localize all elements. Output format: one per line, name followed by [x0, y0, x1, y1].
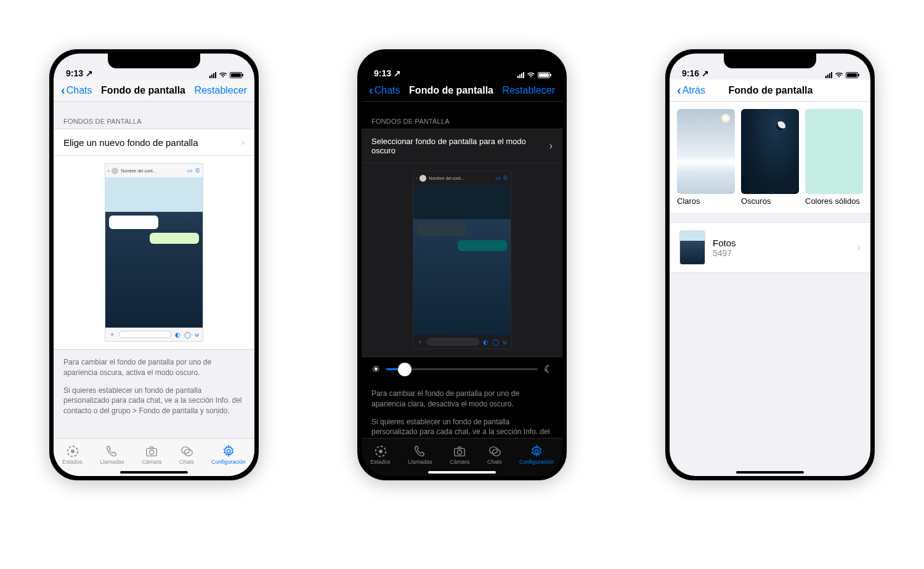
chats-icon — [180, 445, 193, 458]
svg-point-13 — [535, 450, 538, 453]
outgoing-bubble — [150, 233, 199, 244]
tab-camera[interactable]: Cámara — [450, 445, 469, 465]
category-label: Oscuros — [741, 196, 799, 206]
home-indicator — [120, 471, 188, 474]
tab-calls[interactable]: Llamadas — [408, 445, 432, 465]
wifi-icon — [527, 72, 535, 78]
light-thumb — [677, 109, 735, 194]
status-time: 9:13 ↗ — [374, 68, 401, 78]
tab-settings[interactable]: Configuración — [519, 445, 554, 465]
choose-wallpaper-label: Elige un nuevo fondo de pantalla — [63, 137, 198, 148]
nav-title: Fondo de pantalla — [729, 85, 813, 96]
svg-point-6 — [227, 450, 230, 453]
back-button[interactable]: ‹ Chats — [61, 83, 92, 97]
photos-thumb — [679, 230, 705, 265]
choose-wallpaper-row[interactable]: Elige un nuevo fondo de pantalla › — [54, 129, 254, 156]
svg-point-8 — [379, 450, 383, 453]
input-preview — [119, 331, 171, 338]
gear-icon — [222, 445, 235, 458]
back-button[interactable]: ‹ Atrás — [677, 83, 705, 97]
phone-light: 9:13 ↗ ‹ Chats Fondo de pantalla Restabl… — [49, 49, 259, 480]
photos-row[interactable]: Fotos 5497 › — [670, 222, 870, 273]
notch — [108, 54, 200, 68]
category-solid[interactable]: Colores sólidos — [805, 109, 863, 206]
category-dark[interactable]: Oscuros — [741, 109, 799, 206]
tab-bar: Estados Llamadas Cámara Chats Configurac… — [362, 438, 562, 476]
battery-icon — [846, 72, 858, 78]
nav-header: ‹ Chats Fondo de pantalla Restablecer — [54, 79, 254, 102]
signal-icon — [209, 72, 216, 78]
chevron-left-icon: ‹ — [677, 83, 681, 97]
wifi-icon — [219, 72, 227, 78]
svg-point-1 — [71, 450, 75, 453]
dark-thumb — [741, 109, 799, 194]
solid-thumb — [805, 109, 863, 194]
tab-camera[interactable]: Cámara — [142, 445, 161, 465]
photos-label: Fotos — [713, 238, 850, 248]
category-label: Claros — [677, 196, 735, 206]
video-icon: ▭ — [187, 167, 193, 174]
footer-note-2: Si quieres establecer un fondo de pantal… — [362, 417, 562, 438]
chevron-right-icon: › — [857, 242, 861, 253]
moon-icon: ☾ — [544, 363, 553, 375]
camera-icon — [453, 445, 466, 458]
outgoing-bubble — [458, 240, 507, 251]
category-light[interactable]: Claros — [677, 109, 735, 206]
nav-title: Fondo de pantalla — [101, 85, 185, 96]
status-time: 9:16 ↗ — [682, 68, 709, 78]
footer-note-1: Para cambiar el fondo de pantalla por un… — [362, 381, 562, 417]
notch — [724, 54, 816, 68]
phone-icon: ✆ — [195, 167, 200, 174]
back-button[interactable]: ‹ Chats — [369, 83, 400, 97]
tab-settings[interactable]: Configuración — [211, 445, 246, 465]
slider-knob[interactable] — [398, 363, 411, 376]
chevron-right-icon: › — [549, 140, 553, 151]
camera-icon — [145, 445, 158, 458]
slider-track[interactable] — [386, 368, 538, 370]
chats-icon — [488, 445, 501, 458]
calls-icon — [105, 445, 119, 458]
nav-header: ‹ Atrás Fondo de pantalla — [670, 79, 870, 102]
gear-icon — [530, 445, 543, 458]
reset-button[interactable]: Restablecer — [195, 85, 247, 96]
signal-icon — [517, 72, 524, 78]
choose-wallpaper-label: Seleccionar fondo de pantalla para el mo… — [371, 137, 549, 155]
chevron-left-icon: ‹ — [61, 83, 65, 97]
chat-preview: ‹ Nombre del cont... ▭ ✆ ＋ ◐ — [105, 163, 203, 342]
preview-contact: Nombre del cont... — [121, 169, 185, 173]
svg-point-3 — [150, 450, 154, 454]
nav-header: ‹ Chats Fondo de pantalla Restablecer — [362, 79, 562, 102]
battery-icon — [230, 72, 242, 78]
tab-chats[interactable]: Chats — [487, 445, 502, 465]
brightness-slider[interactable]: ☀ ☾ — [362, 357, 562, 381]
phone-icon: ✆ — [503, 175, 508, 181]
status-icon — [374, 445, 387, 458]
video-icon: ▭ — [495, 175, 501, 181]
sticker-icon: ◐ — [175, 331, 180, 338]
choose-wallpaper-row[interactable]: Seleccionar fondo de pantalla para el mo… — [362, 129, 562, 163]
mic-icon: ⊎ — [503, 339, 507, 345]
battery-icon — [538, 72, 550, 78]
camera-mini-icon: ◯ — [184, 331, 191, 338]
tab-calls[interactable]: Llamadas — [100, 445, 124, 465]
incoming-bubble — [109, 216, 158, 229]
preview-back-icon: ‹ — [416, 176, 417, 180]
footer-note-1: Para cambiar el fondo de pantalla por un… — [54, 350, 254, 385]
home-indicator — [428, 471, 496, 474]
reset-button[interactable]: Restablecer — [503, 85, 555, 96]
input-preview — [427, 338, 479, 345]
sticker-icon: ◐ — [483, 339, 488, 345]
section-header: FONDOS DE PANTALLA — [54, 102, 254, 129]
chat-preview: ‹ Nombre del cont... ▭ ✆ ＋ ◐ — [413, 171, 511, 349]
tab-chats[interactable]: Chats — [179, 445, 194, 465]
avatar-icon — [419, 175, 426, 182]
phone-categories: 9:16 ↗ ‹ Atrás Fondo de pantalla — [665, 49, 875, 480]
home-indicator — [736, 471, 804, 474]
tab-status[interactable]: Estados — [62, 445, 83, 465]
plus-icon: ＋ — [417, 337, 423, 346]
tab-status[interactable]: Estados — [370, 445, 391, 465]
photos-count: 5497 — [713, 248, 850, 258]
tab-bar: Estados Llamadas Cámara Chats Configurac… — [54, 438, 254, 476]
sun-icon: ☀ — [371, 363, 380, 375]
category-label: Colores sólidos — [805, 196, 863, 206]
